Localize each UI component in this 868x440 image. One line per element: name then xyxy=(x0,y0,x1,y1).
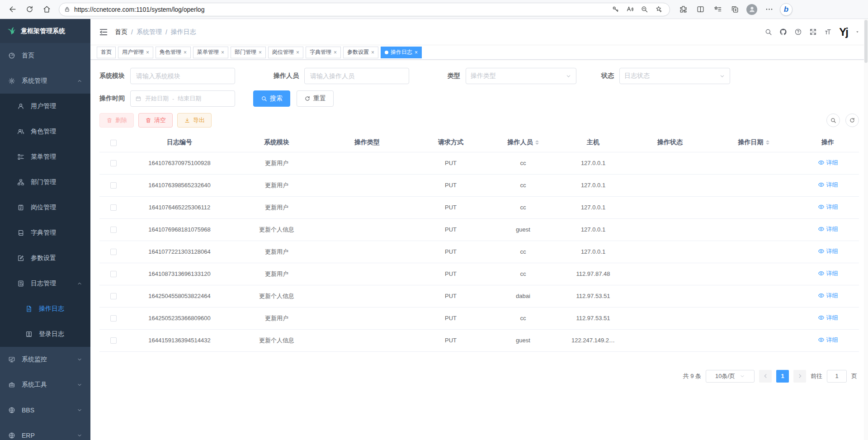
sidebar-item-post[interactable]: 岗位管理 xyxy=(0,195,90,220)
avatar-caret-icon[interactable] xyxy=(855,29,860,34)
tab-post[interactable]: 岗位管理× xyxy=(268,47,303,58)
close-icon[interactable]: × xyxy=(184,49,187,56)
close-icon[interactable]: × xyxy=(259,49,262,56)
split-screen-button[interactable] xyxy=(693,2,708,17)
browser-home-button[interactable] xyxy=(39,2,54,17)
detail-link[interactable]: 详细 xyxy=(818,203,838,211)
profile-button[interactable] xyxy=(744,2,760,17)
address-bar[interactable]: https://ccnetcore.com:1101/system/log/op… xyxy=(59,3,670,16)
fullscreen-icon[interactable] xyxy=(809,28,817,36)
date-range-picker[interactable]: 开始日期 - 结束日期 xyxy=(130,90,235,107)
toggle-search-button[interactable] xyxy=(826,114,840,127)
read-aloud-button[interactable] xyxy=(623,3,636,16)
page-number-1[interactable]: 1 xyxy=(776,370,789,383)
password-key-button[interactable] xyxy=(609,3,622,16)
col-operator[interactable]: 操作人员 xyxy=(489,133,557,152)
reset-button[interactable]: 重置 xyxy=(297,90,334,107)
row-checkbox[interactable] xyxy=(110,249,117,255)
detail-link[interactable]: 详细 xyxy=(818,292,838,300)
detail-link[interactable]: 详细 xyxy=(818,159,838,167)
detail-link[interactable]: 详细 xyxy=(818,181,838,189)
close-icon[interactable]: × xyxy=(334,49,337,56)
clear-button[interactable]: 清空 xyxy=(138,113,173,128)
help-icon[interactable] xyxy=(794,28,802,36)
sidebar-item-erp[interactable]: ERP xyxy=(0,423,90,440)
sidebar-item-user[interactable]: 用户管理 xyxy=(0,94,90,119)
row-checkbox[interactable] xyxy=(110,182,117,189)
sort-icons[interactable] xyxy=(766,140,769,145)
tab-user[interactable]: 用户管理× xyxy=(118,47,153,58)
tab-dept[interactable]: 部门管理× xyxy=(231,47,266,58)
favorites-button[interactable] xyxy=(710,2,725,17)
sidebar-item-role[interactable]: 角色管理 xyxy=(0,119,90,144)
col-date[interactable]: 操作日期 xyxy=(711,133,797,152)
status-select[interactable]: 日志状态 xyxy=(619,68,730,84)
next-page-button[interactable] xyxy=(793,370,806,383)
tab-menu[interactable]: 菜单管理× xyxy=(193,47,228,58)
tab-operlog[interactable]: 操作日志× xyxy=(381,47,422,58)
add-favorite-button[interactable] xyxy=(652,3,665,16)
delete-button[interactable]: 删除 xyxy=(99,113,134,128)
export-button[interactable]: 导出 xyxy=(177,113,212,128)
tab-param[interactable]: 参数设置× xyxy=(343,47,378,58)
user-avatar[interactable]: Yj xyxy=(839,27,848,38)
select-all-checkbox[interactable] xyxy=(110,140,117,146)
detail-link[interactable]: 详细 xyxy=(818,270,838,278)
sidebar-item-dept[interactable]: 部门管理 xyxy=(0,170,90,195)
detail-link[interactable]: 详细 xyxy=(818,247,838,255)
operator-input[interactable] xyxy=(304,68,409,84)
page-scrollbar[interactable] xyxy=(864,19,868,440)
browser-reload-button[interactable] xyxy=(22,2,37,17)
detail-link[interactable]: 详细 xyxy=(818,314,838,322)
breadcrumb-home[interactable]: 首页 xyxy=(115,28,127,36)
sidebar-item-bbs[interactable]: BBS xyxy=(0,397,90,423)
collections-icon xyxy=(731,5,739,14)
app-logo[interactable]: 意框架管理系统 xyxy=(0,19,90,43)
close-icon[interactable]: × xyxy=(221,49,224,56)
row-checkbox[interactable] xyxy=(110,271,117,277)
sort-icons[interactable] xyxy=(535,140,539,145)
row-checkbox[interactable] xyxy=(110,293,117,299)
close-icon[interactable]: × xyxy=(296,49,299,56)
tab-home[interactable]: 首页 xyxy=(97,47,116,58)
row-checkbox[interactable] xyxy=(110,337,117,344)
goto-page-input[interactable] xyxy=(827,370,847,383)
sidebar-item-operlog[interactable]: 操作日志 xyxy=(0,296,90,322)
tab-role[interactable]: 角色管理× xyxy=(156,47,191,58)
tab-dict[interactable]: 字典管理× xyxy=(306,47,341,58)
row-checkbox[interactable] xyxy=(110,160,117,166)
detail-link[interactable]: 详细 xyxy=(818,225,838,233)
refresh-table-button[interactable] xyxy=(845,114,859,127)
page-size-select[interactable]: 10条/页 xyxy=(706,370,755,383)
close-icon[interactable]: × xyxy=(415,49,418,56)
row-checkbox[interactable] xyxy=(110,315,117,322)
font-size-icon[interactable] xyxy=(824,28,832,36)
prev-page-button[interactable] xyxy=(759,370,772,383)
header-search-icon[interactable] xyxy=(764,28,772,36)
row-checkbox[interactable] xyxy=(110,204,117,211)
collections-button[interactable] xyxy=(727,2,742,17)
sidebar-item-log[interactable]: 日志管理 xyxy=(0,271,90,296)
sidebar-item-dict[interactable]: 字典管理 xyxy=(0,220,90,246)
zoom-out-button[interactable] xyxy=(638,3,651,16)
sidebar-item-monitor[interactable]: 系统监控 xyxy=(0,347,90,372)
copilot-button[interactable]: b xyxy=(778,2,794,17)
type-select[interactable]: 操作类型 xyxy=(466,68,576,84)
search-button[interactable]: 搜索 xyxy=(253,90,290,107)
extensions-button[interactable] xyxy=(675,2,691,17)
sidebar-item-loginlog[interactable]: 登录日志 xyxy=(0,322,90,347)
sidebar-item-home[interactable]: 首页 xyxy=(0,43,90,68)
detail-link[interactable]: 详细 xyxy=(818,336,838,344)
row-checkbox[interactable] xyxy=(110,227,117,233)
browser-back-button[interactable] xyxy=(5,2,20,17)
github-icon[interactable] xyxy=(779,28,787,36)
sidebar-item-menu[interactable]: 菜单管理 xyxy=(0,144,90,170)
close-icon[interactable]: × xyxy=(371,49,374,56)
module-input[interactable] xyxy=(130,68,235,84)
sidebar-item-param[interactable]: 参数设置 xyxy=(0,246,90,271)
browser-menu-button[interactable] xyxy=(761,2,777,17)
close-icon[interactable]: × xyxy=(146,49,149,56)
sidebar-item-system[interactable]: 系统管理 xyxy=(0,68,90,94)
sidebar-item-tool[interactable]: 系统工具 xyxy=(0,372,90,397)
sidebar-fold-icon[interactable] xyxy=(99,27,108,37)
